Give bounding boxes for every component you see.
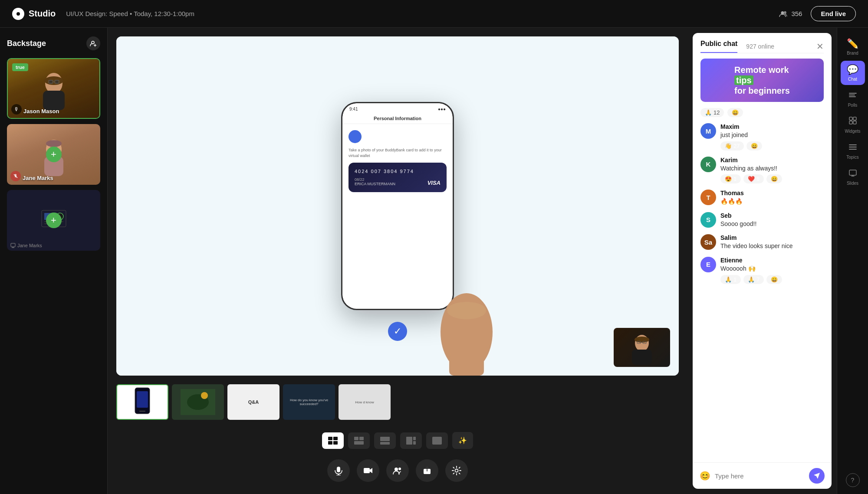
brand-label: Brand [847,51,858,56]
end-live-button[interactable]: End live [811,6,856,21]
slide-thumb-4[interactable]: How do you know you've succeeded? [283,384,335,420]
participant-card-screen[interactable]: + Jane Marks + [7,190,100,251]
reaction-pray-e1[interactable]: 🙏1 [720,275,741,284]
reaction-wave[interactable]: 👋27 [720,141,744,150]
rightbar-topics[interactable]: Topics [841,139,865,163]
polls-svg [848,91,857,99]
layout-multi-button[interactable] [400,432,422,449]
chat-input[interactable] [715,472,805,480]
rightbar-chat[interactable]: 💬 Chat [841,61,865,85]
camera-button[interactable] [357,459,379,482]
card-dark: 4024 007 3804 9774 08/22 ERICA MUSTERMAN… [349,163,447,192]
svg-point-5 [44,76,63,85]
monitor-icon [10,243,16,248]
on-stream-badge: true [12,63,28,71]
add-screen-btn[interactable]: + [46,213,62,228]
participant-name-jason: Jason Mason [23,108,59,115]
layout-grid-button[interactable] [348,432,370,449]
slide-nature-icon [181,389,215,415]
phone-body: Take a photo of your BuddyBank card to a… [342,124,453,309]
reaction-pray-e2[interactable]: 🙏7 [743,275,764,284]
msg-text-seb: Soooo good!! [720,220,756,229]
app-title: Studio [29,9,56,19]
settings-button[interactable] [445,459,468,482]
reaction-smile-etienne[interactable]: 😄 [766,275,782,284]
chat-messages: Remote work tips for beginners 🙏 12 😄 M [693,53,832,462]
reaction-smile-maxim[interactable]: 😄 [746,141,762,150]
help-button[interactable]: ? [846,473,860,487]
chat-close-button[interactable]: ✕ [816,41,824,52]
rightbar-polls[interactable]: Polls [841,87,865,111]
avatar-maxim: M [700,123,716,139]
phone-statusbar: 9:41 ●●● [342,103,453,113]
chat-online-count: 927 online [746,43,774,50]
emoji-button[interactable]: 😊 [700,471,710,481]
logo-icon [12,8,24,20]
participants-button[interactable] [386,459,409,482]
rightbar-widgets[interactable]: Widgets [841,113,865,137]
add-jane-btn[interactable]: + [46,147,62,162]
slide-thumb-5[interactable]: How d know [339,384,391,420]
reaction-smile-karim[interactable]: 😄 [766,174,782,183]
slide-phone-icon [132,387,153,417]
chat-tab-public[interactable]: Public chat [700,40,737,53]
message-salim: Sa Salim The video looks super nice [700,234,824,251]
layout-auto-button[interactable]: ✨ [452,432,473,449]
msg-content-thomas: Thomas 🔥🔥🔥 [720,190,744,206]
message-karim: K Karim Watching as always!! 😍1 ❤️8 😄 [700,157,824,184]
center-stage: 9:41 ●●● Personal Information Take a pho… [108,28,687,494]
svg-rect-54 [853,117,856,120]
reaction-heart[interactable]: ❤️8 [743,174,764,183]
svg-point-1 [784,11,787,13]
card-number: 4024 007 3804 9774 [355,169,441,174]
msg-content-maxim: Maxim just joined 👋27 😄 [720,123,762,150]
focus-icon [380,437,390,445]
msg-name-maxim: Maxim [720,123,762,130]
phone-screen: 9:41 ●●● Personal Information Take a pho… [342,103,453,309]
svg-rect-53 [849,117,852,120]
avatar-karim: K [700,157,716,172]
split-icon [328,437,338,445]
participant-card-jane[interactable]: Jane Marks + [7,124,100,185]
slide-strip: Q&A How do you know you've succeeded? Ho… [116,383,679,422]
msg-text-etienne: Woooooh 🙌 [720,265,782,273]
multi-icon [406,437,416,445]
slide-thumb-2[interactable] [172,384,224,420]
phone-blue-icon [349,130,362,143]
card-expiry: 08/22 [355,177,395,182]
reaction-pray[interactable]: 🙏 12 [700,108,724,117]
auto-icon: ✨ [458,436,467,445]
layout-single-button[interactable] [426,432,448,449]
slide-thumb-3[interactable]: Q&A [227,384,279,420]
session-name: UI/UX Design: Speed [66,10,128,17]
add-participant-button[interactable] [86,36,100,50]
people-icon [393,467,402,474]
mic-icon [334,466,343,475]
mic-button[interactable] [327,459,350,482]
reaction-smile-banner[interactable]: 😄 [727,108,743,117]
card-holder: ERICA MUSTERMANN [355,182,395,186]
phone-mockup: 9:41 ●●● Personal Information Take a pho… [341,102,454,310]
msg-name-karim: Karim [720,157,782,164]
msg-content-salim: Salim The video looks super nice [720,234,793,251]
topics-icon [848,142,857,154]
layout-focus-button[interactable] [374,432,396,449]
svg-point-46 [395,468,398,471]
rightbar-slides[interactable]: Slides [841,165,865,189]
msg-content-karim: Karim Watching as always!! 😍1 ❤️8 😄 [720,157,782,184]
reaction-love[interactable]: 😍1 [720,174,741,183]
svg-point-29 [447,302,486,319]
svg-point-47 [398,468,401,470]
send-button[interactable] [809,468,825,484]
slide-thumb-1[interactable] [116,384,168,420]
layout-controls: ✨ [116,429,679,452]
slide-4-content: How do you know you've succeeded? [283,384,335,420]
avatar-thomas: T [700,190,716,205]
participant-card-jason[interactable]: true 🎙 Jason Mason [7,58,100,119]
rightbar-brand[interactable]: ✏️ Brand [841,35,865,59]
msg-text-karim: Watching as always!! [720,164,782,173]
share-button[interactable] [416,459,438,482]
msg-name-seb: Seb [720,212,756,219]
topbar-right: 356 End live [779,6,856,21]
layout-split-button[interactable] [322,432,344,449]
